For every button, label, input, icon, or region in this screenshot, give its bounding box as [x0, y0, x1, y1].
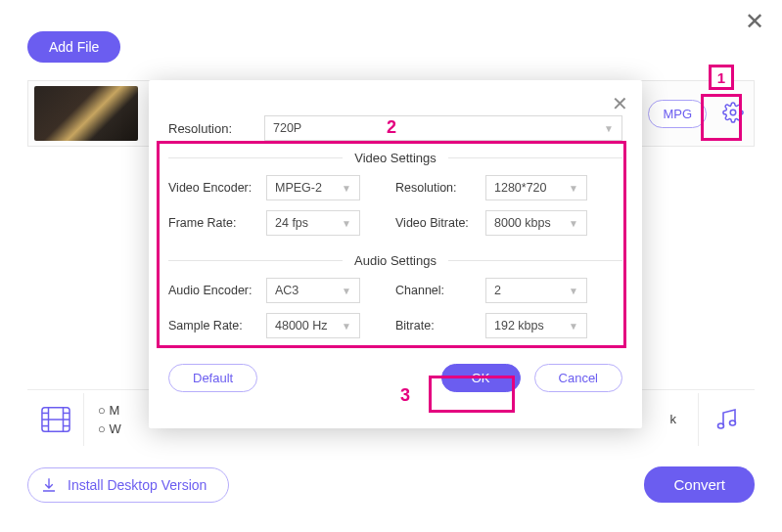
convert-button[interactable]: Convert	[644, 466, 755, 503]
chevron-down-icon: ▼	[604, 123, 614, 134]
default-button[interactable]: Default	[168, 364, 257, 392]
audio-bitrate-label: Bitrate:	[395, 319, 485, 332]
video-mode-icon[interactable]	[27, 393, 84, 446]
audio-encoder-label: Audio Encoder:	[168, 284, 266, 297]
sample-rate-dropdown[interactable]: 48000 Hz▼	[266, 313, 360, 338]
chevron-down-icon: ▼	[569, 183, 578, 194]
annotation-number-3: 3	[393, 383, 417, 407]
video-bitrate-label: Video Bitrate:	[395, 216, 485, 230]
frame-rate-dropdown[interactable]: 24 fps▼	[266, 210, 360, 236]
chevron-down-icon: ▼	[342, 218, 351, 229]
svg-point-0	[730, 110, 736, 115]
format-pill[interactable]: MPG	[648, 100, 707, 128]
k-label: k	[670, 412, 699, 426]
video-encoder-label: Video Encoder:	[168, 181, 266, 195]
frame-rate-label: Frame Rate:	[168, 216, 266, 230]
radio-option-1[interactable]: ○ M	[98, 403, 121, 418]
audio-mode-icon[interactable]	[698, 393, 755, 446]
video-encoder-dropdown[interactable]: MPEG-2▼	[266, 175, 360, 200]
video-bitrate-dropdown[interactable]: 8000 kbps▼	[485, 210, 587, 236]
audio-encoder-dropdown[interactable]: AC3▼	[266, 278, 360, 303]
video-settings-title: Video Settings	[168, 151, 622, 165]
install-desktop-button[interactable]: Install Desktop Version	[27, 467, 229, 503]
channel-label: Channel:	[395, 284, 485, 297]
sample-rate-label: Sample Rate:	[168, 319, 266, 332]
annotation-number-1: 1	[709, 65, 734, 90]
chevron-down-icon: ▼	[569, 218, 578, 229]
annotation-number-2: 2	[380, 115, 403, 139]
cancel-button[interactable]: Cancel	[534, 364, 622, 392]
audio-settings-title: Audio Settings	[168, 253, 622, 268]
add-file-button[interactable]: Add File	[27, 31, 120, 63]
radio-option-2[interactable]: ○ W	[98, 421, 121, 436]
svg-point-9	[717, 423, 723, 428]
video-thumbnail	[34, 86, 138, 141]
chevron-down-icon: ▼	[342, 183, 351, 194]
resolution-label: Resolution:	[168, 121, 264, 136]
chevron-down-icon: ▼	[342, 286, 351, 296]
resolution-label-2: Resolution:	[395, 181, 485, 195]
download-icon	[40, 476, 58, 494]
gear-icon	[722, 102, 744, 123]
main-resolution-dropdown[interactable]: 720P▼	[264, 115, 622, 141]
channel-dropdown[interactable]: 2▼	[485, 278, 587, 303]
chevron-down-icon: ▼	[342, 321, 351, 332]
window-close-icon[interactable]: ✕	[745, 8, 764, 35]
svg-point-10	[729, 421, 735, 425]
resolution-dropdown[interactable]: 1280*720▼	[485, 175, 587, 200]
settings-gear-button[interactable]	[718, 98, 748, 130]
audio-bitrate-dropdown[interactable]: 192 kbps▼	[485, 313, 587, 338]
chevron-down-icon: ▼	[569, 321, 578, 332]
chevron-down-icon: ▼	[569, 286, 578, 296]
radio-group: ○ M ○ W	[84, 399, 121, 440]
ok-button[interactable]: OK	[441, 364, 521, 392]
modal-close-icon[interactable]: ✕	[612, 92, 628, 115]
